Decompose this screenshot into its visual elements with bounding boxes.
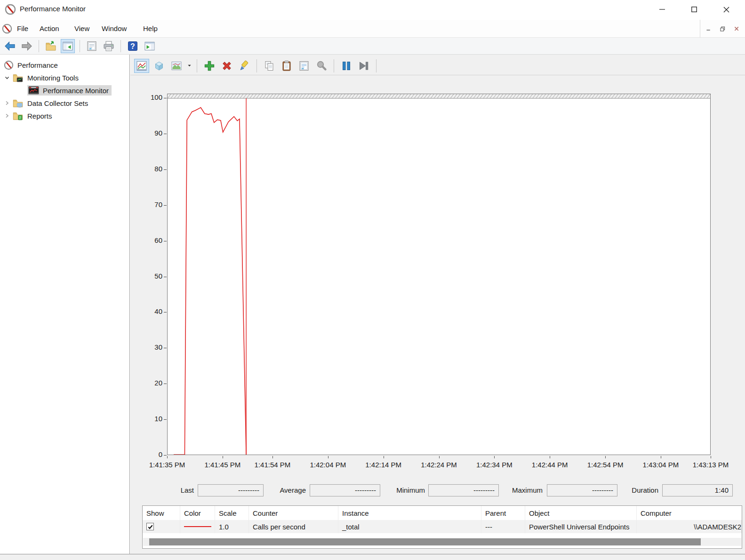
menu-item-view[interactable]: View [72, 24, 92, 33]
log-data-cube-icon [153, 60, 165, 72]
menu-item-window[interactable]: Window [99, 24, 129, 33]
tree-item-data-collector-sets[interactable]: Data Collector Sets [4, 97, 88, 109]
caret-down-icon [187, 64, 192, 68]
highlight-button[interactable] [237, 59, 252, 73]
delete-button[interactable] [219, 59, 234, 73]
last-label: Last [152, 486, 194, 494]
console-toolbar: ? [0, 38, 745, 55]
header-computer[interactable]: Computer [637, 506, 742, 520]
close-icon [722, 5, 731, 14]
header-scale[interactable]: Scale [215, 506, 249, 520]
toolbar-separator [39, 40, 39, 52]
delete-x-icon [221, 60, 233, 72]
header-parent[interactable]: Parent [481, 506, 525, 520]
chevron-down-icon[interactable] [4, 74, 10, 81]
action-pane-toggle-button[interactable] [143, 39, 157, 53]
header-color[interactable]: Color [180, 506, 215, 520]
change-graph-type-button[interactable] [169, 59, 184, 73]
minimize-icon [658, 5, 666, 14]
view-log-data-button[interactable] [152, 59, 167, 73]
update-data-button[interactable] [356, 59, 371, 73]
magnifier-icon [315, 60, 328, 72]
back-button[interactable] [3, 39, 17, 53]
zoom-button [314, 59, 329, 73]
highlighter-icon [238, 60, 250, 72]
horizontal-scrollbar[interactable] [143, 538, 741, 546]
menu-item-help[interactable]: Help [140, 24, 160, 33]
title-bar: Performance Monitor [0, 0, 745, 20]
maximize-icon [690, 5, 698, 14]
duration-label: Duration [616, 486, 658, 494]
duration-value: 1:40 [662, 484, 733, 496]
properties-button-chart[interactable] [296, 59, 312, 73]
forward-button[interactable] [20, 39, 34, 53]
tree-item-label: Performance [17, 61, 58, 69]
help-button[interactable]: ? [126, 39, 140, 53]
average-label: Average [264, 486, 306, 494]
toolbar-separator [120, 40, 121, 52]
tree-item-monitoring-tools[interactable]: Monitoring Tools [4, 72, 79, 84]
toolbar-separator [334, 59, 334, 72]
mdi-minimize-icon [705, 26, 712, 32]
performance-monitor-screen-icon [28, 86, 39, 95]
tree-item-reports[interactable]: Reports [4, 110, 52, 122]
counter-list-table: Show Color Scale Counter Instance Parent… [142, 505, 742, 549]
window-resize-strip [0, 554, 745, 560]
perfmon-logo-icon [5, 4, 16, 15]
toolbar-separator [376, 59, 377, 72]
monitoring-tools-folder-icon [12, 72, 24, 83]
cell-counter: Calls per second [249, 520, 338, 533]
freeze-display-button[interactable] [339, 59, 354, 73]
toolbar-separator [80, 40, 80, 52]
console-tree-toggle-button[interactable] [61, 39, 75, 53]
cell-scale: 1.0 [215, 520, 249, 533]
menu-item-file[interactable]: File [14, 24, 31, 33]
copy-properties-button[interactable] [262, 59, 277, 73]
properties-dialog-icon [298, 60, 310, 72]
scrollbar-thumb[interactable] [149, 538, 701, 545]
maximum-value: --------- [547, 484, 617, 496]
paste-counter-list-button[interactable] [279, 59, 294, 73]
tree-item-performance[interactable]: Performance [4, 59, 58, 71]
chevron-right-icon[interactable] [4, 100, 10, 106]
close-button[interactable] [716, 2, 737, 17]
header-show[interactable]: Show [143, 506, 180, 520]
header-counter[interactable]: Counter [249, 506, 338, 520]
add-plus-icon [203, 60, 216, 72]
step-forward-icon [358, 60, 370, 72]
perfmon-logo-icon-small [2, 24, 12, 34]
performance-graph[interactable] [167, 94, 711, 455]
maximize-button[interactable] [684, 2, 705, 17]
tree-item-label: Monitoring Tools [27, 74, 79, 82]
mdi-close-button[interactable] [731, 24, 742, 33]
tree-item-performance-monitor[interactable]: Performance Monitor [27, 84, 112, 96]
print-button[interactable] [102, 39, 116, 53]
menu-item-action[interactable]: Action [37, 24, 62, 33]
toolbar-separator [256, 59, 257, 72]
data-collector-sets-folder-icon [12, 97, 24, 109]
pause-icon [340, 60, 352, 72]
performance-monitor-window: Performance Monitor File Action View Win… [0, 0, 745, 560]
minimize-button[interactable] [652, 2, 673, 17]
export-button[interactable] [44, 39, 58, 53]
show-checkbox[interactable] [146, 523, 154, 530]
reports-folder-icon [12, 110, 24, 121]
gauge-icon [4, 60, 14, 70]
minimum-label: Minimum [383, 486, 425, 494]
counter-table-header: Show Color Scale Counter Instance Parent… [143, 506, 742, 520]
chevron-right-icon[interactable] [4, 112, 10, 119]
last-value: --------- [198, 484, 264, 496]
mdi-minimize-button[interactable] [703, 24, 714, 33]
mdi-restore-button[interactable] [717, 24, 729, 33]
header-instance[interactable]: Instance [338, 506, 481, 520]
view-current-activity-button[interactable] [134, 59, 149, 73]
properties-button[interactable] [85, 39, 99, 53]
counter-table-row[interactable]: 1.0 Calls per second _total --- PowerShe… [143, 520, 742, 533]
help-icon: ? [127, 40, 139, 52]
mdi-close-icon [734, 26, 740, 32]
graph-type-dropdown-caret[interactable] [186, 59, 192, 73]
header-object[interactable]: Object [525, 506, 637, 520]
add-counter-button[interactable] [202, 59, 217, 73]
tree-item-label: Reports [27, 112, 52, 120]
maximum-label: Maximum [500, 486, 543, 494]
